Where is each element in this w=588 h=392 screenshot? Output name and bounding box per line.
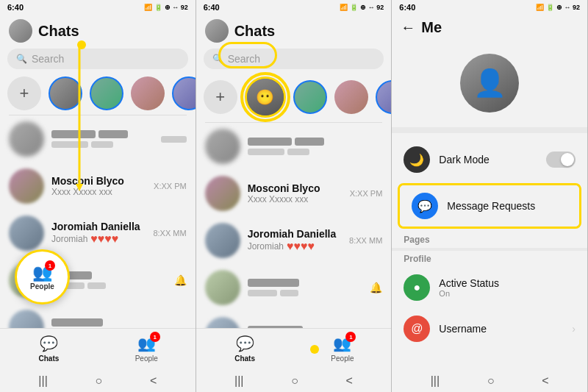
me-avatar-icon: 👤 — [473, 68, 506, 99]
p2-chat-5[interactable] — [196, 311, 392, 328]
active-status-label: Active Status — [439, 277, 576, 289]
message-requests-item[interactable]: 💬 Message Requests — [400, 185, 579, 227]
story-row-2: + 😶 — [196, 72, 392, 122]
bottom-nav-2: 💬 Chats 👥 1 People — [196, 328, 392, 371]
story-1[interactable] — [49, 76, 82, 110]
time-2: 6:40 — [204, 3, 220, 12]
header-title-2: Chats — [234, 23, 383, 40]
story-avatar-3b — [334, 80, 368, 114]
at-icon: @ — [411, 322, 423, 335]
profile-section-label: Profile — [392, 251, 587, 267]
back-button-3[interactable]: ← — [401, 19, 415, 36]
story-avatar-2b — [293, 80, 327, 114]
message-requests-highlight: 💬 Message Requests — [398, 183, 581, 229]
chat-preview-blur-1b — [91, 141, 113, 148]
p2-preview-3: Joromiah — [248, 241, 284, 252]
p2-emoji-3: ♥♥♥♥ — [287, 240, 315, 253]
p2-avatar-2 — [205, 176, 240, 211]
active-status-item[interactable]: ● Active Status On — [392, 267, 587, 308]
header-3: ← Me — [392, 15, 587, 39]
search-icon-1: 🔍 — [16, 54, 27, 64]
chat-item-3[interactable]: Joromiah Daniella Joromiah ♥♥♥♥ 8:XX MM — [0, 210, 196, 257]
chat-item-1[interactable] — [0, 115, 196, 163]
dark-mode-label: Dark Mode — [439, 154, 537, 165]
chat-item-2[interactable]: Mosconi Blyco Xxxx Xxxxx xxx X:XX PM — [0, 163, 196, 210]
p2-preview-2: Xxxx Xxxxx xxx — [248, 194, 343, 204]
gesture-bar-2: ||| ○ < — [196, 371, 392, 392]
chat-item-5[interactable] — [0, 304, 196, 328]
moon-icon: 🌙 — [409, 153, 424, 167]
nav-people-1[interactable]: 👥 1 People — [98, 335, 196, 363]
chat-preview-3: Joromiah — [51, 234, 87, 244]
p2-avatar-5 — [205, 317, 240, 328]
story-row-1: + — [0, 72, 196, 115]
nav-people-2[interactable]: 👥 1 People — [294, 335, 392, 363]
nav-people-badge-1: 👥 1 — [137, 335, 156, 352]
header-avatar-2[interactable] — [205, 19, 229, 43]
p2-time-3: 8:XX MM — [349, 236, 382, 245]
status-icon: ● — [414, 281, 421, 294]
search-icon-2: 🔍 — [212, 54, 223, 64]
chat-time-2: X:XX PM — [154, 182, 187, 190]
story-add-icon-2: + — [204, 80, 237, 114]
people-bubble[interactable]: 👥 1 People — [15, 249, 70, 304]
status-icons-2: 📶 🔋 ⊕ ↔ 92 — [340, 4, 384, 11]
gesture-menu-3: ||| — [431, 374, 440, 388]
username-chevron: › — [572, 323, 576, 335]
dark-mode-item[interactable]: 🌙 Dark Mode — [392, 139, 587, 180]
p2-avatar-1 — [205, 129, 240, 164]
story-2b[interactable] — [293, 80, 327, 114]
dark-mode-toggle[interactable] — [546, 152, 576, 168]
p2-content-4 — [248, 279, 363, 296]
story-add-1[interactable]: + — [7, 76, 41, 110]
message-requests-icon: 💬 — [412, 193, 438, 219]
people-label: People — [30, 282, 54, 291]
search-placeholder-2: Search — [228, 53, 260, 65]
nav-chats-label-2: Chats — [234, 354, 255, 363]
story-add-2[interactable]: + — [204, 80, 237, 114]
story-3b[interactable] — [334, 80, 368, 114]
yellow-dot-people-2 — [310, 345, 319, 354]
gesture-back-2: < — [346, 374, 353, 388]
nav-chats-2[interactable]: 💬 Chats — [196, 335, 294, 363]
chat-preview-2: Xxxx Xxxxx xxx — [51, 187, 146, 197]
bottom-nav-1: 💬 Chats 👥 1 People — [0, 328, 196, 371]
story-4b[interactable] — [376, 80, 392, 114]
header-2: Chats — [196, 15, 392, 46]
panel-1: 6:40 📶 🔋 ⊕ ↔ 92 Chats 🔍 Search + — [0, 0, 196, 392]
status-bar-1: 6:40 📶 🔋 ⊕ ↔ 92 — [0, 0, 196, 15]
p2-content-1 — [248, 138, 383, 155]
chat-meta-1 — [161, 136, 187, 143]
status-icons-1: 📶 🔋 ⊕ ↔ 92 — [144, 4, 188, 11]
story-4[interactable] — [172, 76, 196, 110]
chat-item-4[interactable]: 🔔 👥 1 People — [0, 257, 196, 304]
nav-badge-count-1: 1 — [150, 332, 160, 342]
header-avatar-1[interactable] — [9, 19, 32, 43]
p2-meta-3: 8:XX MM — [349, 236, 382, 245]
p2-name-2: Mosconi Blyco — [248, 182, 343, 194]
story-3[interactable] — [131, 76, 165, 110]
header-title-1: Chats — [38, 23, 187, 40]
header-title-3: Me — [421, 19, 578, 36]
nav-chats-1[interactable]: 💬 Chats — [0, 335, 98, 363]
chat-avatar-2 — [9, 168, 44, 204]
people-notification-badge: 1 — [45, 260, 55, 271]
username-item[interactable]: @ Username › — [392, 308, 587, 349]
chats-nav-icon-1: 💬 — [40, 335, 58, 352]
story-highlighted-2[interactable]: 😶 — [245, 76, 286, 118]
story-2[interactable] — [90, 76, 123, 110]
p2-chat-3[interactable]: Joromiah Daniella Joromiah ♥♥♥♥ 8:XX MM — [196, 217, 392, 264]
gesture-home-2: ○ — [291, 374, 298, 388]
p2-chat-2[interactable]: Mosconi Blyco Xxxx Xxxxx xxx X:XX PM — [196, 170, 392, 217]
mute-icon-4: 🔔 — [174, 274, 187, 286]
search-bar-2[interactable]: 🔍 Search — [204, 49, 384, 69]
p2-chat-4[interactable]: 🔔 — [196, 264, 392, 311]
me-avatar[interactable]: 👤 — [460, 54, 519, 113]
search-bar-1[interactable]: 🔍 Search — [7, 49, 188, 69]
p2-chat-1[interactable] — [196, 123, 392, 170]
pages-section-label: Pages — [392, 232, 587, 248]
story-face-2: 😶 — [247, 79, 284, 115]
story-add-icon-1: + — [7, 76, 41, 110]
chat-time-1 — [161, 136, 187, 143]
chat-content-3: Joromiah Daniella Joromiah ♥♥♥♥ — [51, 221, 146, 246]
